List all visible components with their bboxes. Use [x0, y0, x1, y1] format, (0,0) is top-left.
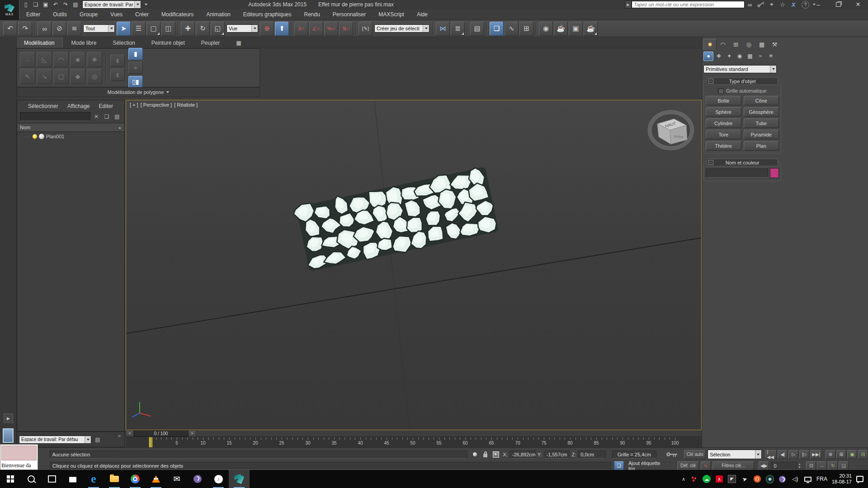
- tray-expand-icon[interactable]: ∧: [682, 476, 685, 482]
- modeling-icon-2[interactable]: ↘: [37, 69, 52, 84]
- menu-personnaliser[interactable]: Personnaliser: [326, 11, 372, 18]
- isolate-toggle-icon[interactable]: [473, 452, 477, 456]
- set-key-button[interactable]: Déf. clé: [677, 461, 699, 470]
- clear-search-icon[interactable]: ✕: [92, 113, 101, 121]
- category-dropdown[interactable]: Primitives standard: [703, 65, 777, 73]
- tray-app1-icon[interactable]: [690, 475, 698, 483]
- restore-button[interactable]: [828, 0, 848, 9]
- modeling-icon-4[interactable]: ◆: [70, 69, 85, 84]
- taskbar-search-button[interactable]: [21, 470, 42, 488]
- create-pyramide-button[interactable]: Pyramide: [744, 130, 779, 139]
- autogrid-checkbox[interactable]: [718, 88, 724, 94]
- layers-icon[interactable]: ▤: [113, 113, 122, 121]
- x-coordinate-field[interactable]: -26,892cm: [509, 450, 536, 459]
- viewport-menu-general[interactable]: [ + ]: [130, 102, 138, 108]
- next-frame-small-button[interactable]: >: [188, 430, 196, 437]
- rotate-icon[interactable]: ↻: [196, 22, 210, 36]
- time-tag-field[interactable]: Ajout étiquette tps: [626, 462, 671, 470]
- favorites-star-icon[interactable]: ☆: [777, 0, 788, 9]
- explorer-menu-s-lectionner[interactable]: Sélectionner: [25, 103, 61, 109]
- new-file-icon[interactable]: ▯: [21, 1, 30, 8]
- schematic-view-icon[interactable]: ⊞: [519, 22, 533, 36]
- application-menu-button[interactable]: MAX: [0, 0, 19, 20]
- subobject-icon-5[interactable]: ❖: [87, 52, 102, 67]
- toolbar-overflow-icon[interactable]: [142, 1, 151, 8]
- ribbon-tab-mod-lisation[interactable]: Modélisation: [15, 38, 63, 48]
- tab-utilities-icon[interactable]: ⚒: [768, 39, 781, 50]
- spinner-down-icon[interactable]: ▼: [798, 466, 801, 469]
- communication-center-icon[interactable]: ⌖: [766, 0, 777, 9]
- y-coordinate-field[interactable]: -1,557cm: [544, 450, 570, 459]
- menu-rendu[interactable]: Rendu: [297, 11, 326, 18]
- key-curve-icon[interactable]: ∿: [701, 461, 711, 470]
- zoom-extents-button[interactable]: ▣: [847, 450, 857, 459]
- create-c-ne-button[interactable]: Cône: [744, 96, 779, 105]
- welcome-window[interactable]: Bienvenue da: [0, 444, 38, 470]
- object-name-input[interactable]: [706, 169, 768, 178]
- cat-systems-icon[interactable]: ✳: [766, 52, 776, 61]
- next-frame-button[interactable]: |▷: [799, 450, 809, 459]
- ribbon-tab-mode-libre[interactable]: Mode libre: [63, 38, 104, 48]
- tab-modify-icon[interactable]: ◠: [717, 39, 730, 50]
- create-sph-re-button[interactable]: Sphère: [706, 107, 741, 117]
- tab-display-icon[interactable]: ▦: [755, 39, 769, 50]
- bind-spacewarp-icon[interactable]: ≋: [67, 22, 81, 36]
- search-binoculars-icon[interactable]: ∞: [745, 0, 755, 9]
- rail-expand-button[interactable]: ▶: [4, 413, 13, 423]
- snap-spinner-icon[interactable]: ⇅∩: [339, 22, 353, 36]
- open-file-icon[interactable]: ❏: [31, 1, 40, 8]
- snap-angle-icon[interactable]: ∠∩: [309, 22, 323, 36]
- spinner-up-icon[interactable]: ▲: [798, 463, 801, 465]
- ribbon-tab-peinture-objet[interactable]: Peinture objet: [143, 38, 193, 48]
- tab-hierarchy-icon[interactable]: ⊞: [729, 39, 742, 50]
- z-coordinate-field[interactable]: 0,0cm: [578, 450, 606, 459]
- frame-display[interactable]: 0 / 100: [134, 430, 188, 436]
- undo-quick-icon[interactable]: ↶: [51, 1, 60, 8]
- create-cylindre-button[interactable]: Cylindre: [706, 118, 741, 128]
- ribbon-toggle-icon-1[interactable]: ▮: [128, 48, 143, 60]
- menu-outils[interactable]: Outils: [47, 11, 73, 18]
- selection-set-dropdown-arrow[interactable]: [423, 25, 429, 32]
- window-crossing-icon[interactable]: ◫: [161, 22, 175, 36]
- auto-key-button[interactable]: Clé auto: [684, 450, 706, 459]
- cat-cameras-icon[interactable]: ◉: [735, 52, 745, 61]
- 3dsmax-taskbar-button[interactable]: [229, 470, 250, 488]
- itunes-button[interactable]: ♪: [208, 470, 229, 488]
- subobject-icon-2[interactable]: ◺: [37, 52, 52, 67]
- ref-coord-dropdown[interactable]: Vue: [226, 24, 258, 33]
- chrome-button[interactable]: [125, 470, 146, 488]
- go-end-button[interactable]: ▶▶|: [810, 450, 822, 459]
- redo-quick-icon[interactable]: ↷: [61, 1, 70, 8]
- name-color-rollout-header[interactable]: – Nom et couleur: [707, 159, 778, 166]
- zoom-all-button[interactable]: ⊞: [836, 450, 846, 459]
- create-bo-te-button[interactable]: Boîte: [706, 96, 741, 105]
- language-indicator[interactable]: FRA: [816, 476, 827, 482]
- tray-steam-icon[interactable]: ◉: [766, 475, 774, 483]
- tray-jet-icon[interactable]: ➤: [741, 475, 749, 483]
- prev-frame-small-button[interactable]: <: [126, 430, 134, 437]
- create-plan-button[interactable]: Plan: [744, 141, 779, 150]
- explorer-menu-editer[interactable]: Editer: [96, 103, 116, 109]
- marquee-rect-icon[interactable]: ▢: [146, 22, 160, 36]
- selection-filter-dropdown-arrow[interactable]: [108, 25, 114, 32]
- unlink-icon[interactable]: ⊘: [52, 22, 66, 36]
- selection-dd-arrow[interactable]: [755, 450, 761, 459]
- move-icon[interactable]: ✚: [181, 22, 195, 36]
- use-pivot-icon[interactable]: ⊕: [260, 22, 274, 36]
- selection-set-dropdown[interactable]: Créer jeu de sélecti: [374, 24, 429, 33]
- list-order-icon-1[interactable]: ⇞: [110, 55, 125, 67]
- viewport-menu-shading[interactable]: [ Réaliste ]: [174, 102, 198, 108]
- zoom-extents-all-button[interactable]: ⊟: [858, 450, 868, 459]
- ribbon-toggle-icon[interactable]: ❏: [490, 22, 504, 36]
- menu-animation[interactable]: Animation: [200, 11, 236, 18]
- exchange-icon[interactable]: X: [788, 0, 799, 9]
- clock[interactable]: 20:31 18-08-17: [832, 473, 852, 485]
- file-explorer-button[interactable]: [104, 470, 125, 488]
- network-icon[interactable]: [804, 475, 812, 483]
- store-button[interactable]: [62, 470, 83, 488]
- object-type-rollout-header[interactable]: – Type d'objet: [707, 77, 778, 85]
- ribbon-tab-peupler[interactable]: Peupler: [193, 38, 228, 48]
- menu-maxscript[interactable]: MAXScript: [372, 11, 410, 18]
- tray-origin-icon[interactable]: O: [753, 475, 761, 483]
- named-sets-icon[interactable]: {✎}: [359, 22, 373, 36]
